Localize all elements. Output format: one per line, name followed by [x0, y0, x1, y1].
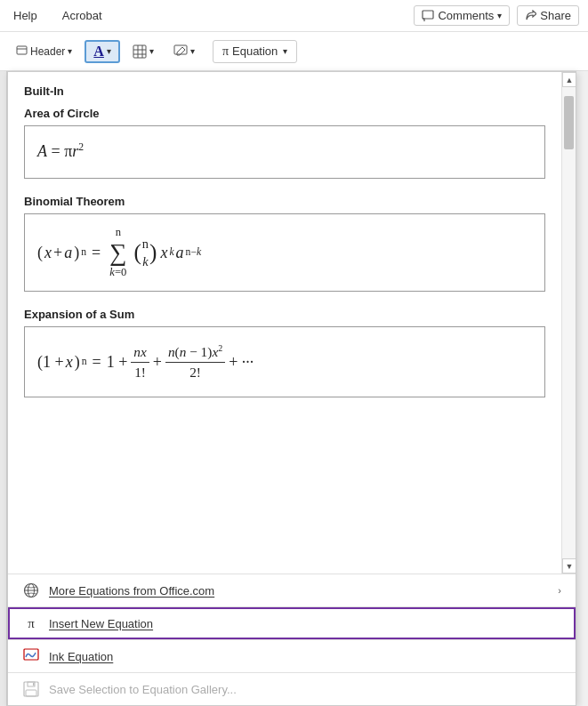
svg-rect-1 — [17, 46, 27, 54]
svg-rect-0 — [423, 11, 433, 19]
pi-symbol-icon: π — [22, 614, 40, 632]
svg-rect-3 — [133, 45, 146, 58]
more-equations-chevron-icon: › — [558, 585, 561, 596]
equation-entry-expansion[interactable]: Expansion of a Sum (1 + x)n = 1 + nx 1! … — [24, 308, 545, 397]
equations-scroll[interactable]: Built-In Area of Circle A = πr2 Binomial… — [8, 72, 561, 574]
equation-formula-binomial: (x + a)n = n ∑ k=0 ( n k — [37, 225, 201, 280]
edit-button[interactable]: ▾ — [166, 41, 202, 62]
table-chevron-icon: ▾ — [149, 46, 154, 56]
insert-new-equation-item[interactable]: π Insert New Equation — [8, 607, 576, 639]
share-icon — [525, 10, 536, 21]
scroll-thumb[interactable] — [564, 96, 574, 149]
scroll-track — [562, 87, 576, 558]
svg-rect-15 — [26, 690, 36, 696]
equation-formula-expansion: (1 + x)n = 1 + nx 1! + n(n − 1)x2 2! — [37, 342, 254, 381]
save-icon — [22, 680, 40, 698]
equation-label-binomial: Binomial Theorem — [24, 195, 545, 208]
menu-right: Comments ▾ Share — [414, 5, 579, 26]
equation-formula-area-of-circle: A = πr2 — [37, 140, 84, 163]
ribbon-bar: Header ▾ A ▾ ▾ ▾ π Equation ▾ — [0, 32, 588, 71]
scroll-bar: ▲ ▼ — [561, 72, 576, 574]
equation-button[interactable]: π Equation ▾ — [213, 40, 297, 63]
save-selection-label: Save Selection to Equation Gallery... — [49, 683, 237, 696]
menu-bar: Help Acrobat Comments ▾ Share — [0, 0, 588, 32]
svg-rect-12 — [24, 649, 38, 660]
comments-icon — [422, 10, 434, 22]
sum-notation: n ∑ k=0 — [109, 225, 126, 280]
comments-button[interactable]: Comments ▾ — [414, 5, 510, 26]
equation-box-expansion: (1 + x)n = 1 + nx 1! + n(n − 1)x2 2! — [24, 326, 545, 397]
menu-help[interactable]: Help — [9, 6, 42, 25]
text-chevron-icon: ▾ — [107, 46, 111, 56]
text-button[interactable]: A ▾ — [85, 40, 120, 63]
more-equations-label: More Equations from Office.com — [49, 584, 214, 598]
equation-entry-binomial[interactable]: Binomial Theorem (x + a)n = n ∑ k=0 ( — [24, 195, 545, 292]
bottom-items: More Equations from Office.com › π Inser… — [8, 574, 576, 705]
equation-entry-area-of-circle[interactable]: Area of Circle A = πr2 — [24, 107, 545, 179]
header-chevron-icon: ▾ — [68, 46, 72, 56]
more-equations-item[interactable]: More Equations from Office.com › — [8, 574, 576, 606]
table-button[interactable]: ▾ — [125, 41, 161, 62]
comments-chevron: ▾ — [497, 11, 502, 20]
header-icon — [16, 45, 28, 57]
equation-chevron-icon: ▾ — [283, 46, 287, 56]
pi-icon: π — [222, 44, 229, 59]
header-button[interactable]: Header ▾ — [9, 42, 79, 61]
ink-equation-item[interactable]: Ink Equation — [8, 640, 576, 672]
fraction-nn1x2: n(n − 1)x2 2! — [165, 342, 225, 381]
save-selection-item: Save Selection to Equation Gallery... — [8, 673, 576, 705]
fraction-nx1: nx 1! — [131, 342, 149, 381]
scroll-up-button[interactable]: ▲ — [562, 72, 576, 87]
menu-acrobat[interactable]: Acrobat — [58, 6, 107, 25]
equation-box-binomial: (x + a)n = n ∑ k=0 ( n k — [24, 213, 545, 292]
equation-box-area-of-circle: A = πr2 — [24, 125, 545, 179]
globe-icon — [22, 582, 40, 599]
svg-rect-16 — [33, 683, 35, 686]
main-area: Built-In Area of Circle A = πr2 Binomial… — [0, 71, 588, 706]
insert-new-equation-label: Insert New Equation — [49, 617, 153, 630]
ink-equation-label: Ink Equation — [49, 650, 113, 663]
share-button[interactable]: Share — [517, 5, 579, 26]
equation-label-expansion: Expansion of a Sum — [24, 308, 545, 321]
ink-icon — [22, 647, 40, 665]
equation-label-area-of-circle: Area of Circle — [24, 107, 545, 120]
doc-edge — [0, 71, 7, 706]
text-format-icon: A — [93, 44, 104, 60]
table-icon — [133, 44, 147, 59]
section-title: Built-In — [24, 84, 545, 98]
equation-dropdown-panel: Built-In Area of Circle A = πr2 Binomial… — [7, 71, 576, 706]
edit-icon — [173, 44, 188, 59]
edit-chevron-icon: ▾ — [190, 46, 195, 56]
scroll-down-button[interactable]: ▼ — [562, 558, 576, 574]
